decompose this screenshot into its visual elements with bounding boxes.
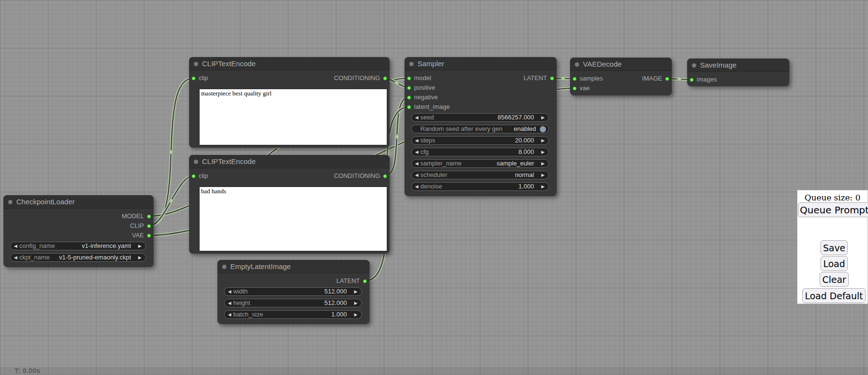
save-button[interactable]: Save [820,240,848,255]
node-title-bar[interactable]: SaveImage [687,59,789,72]
node-collapse-dot-icon[interactable] [692,63,696,68]
node-checkpointloader[interactable]: CheckpointLoaderMODELCLIPVAE◀config_name… [3,195,154,267]
node-title: CLIPTextEncode [202,57,256,70]
node-collapse-dot-icon[interactable] [575,62,579,67]
widget-sampler-name[interactable]: ◀sampler_namesample_euler▶ [411,159,549,168]
load-button[interactable]: Load [820,256,848,271]
increment-arrow-icon[interactable]: ▶ [541,148,545,156]
link-midpoint-dot[interactable] [395,81,399,85]
decrement-arrow-icon[interactable]: ◀ [228,299,231,307]
widget-steps[interactable]: ◀steps20.000▶ [411,136,549,145]
prompt-textarea[interactable]: bad hands [199,187,387,251]
output-port-clip[interactable] [147,224,151,228]
input-port-clip[interactable] [191,174,196,178]
widget-label: scheduler [420,171,447,179]
increment-arrow-icon[interactable]: ▶ [354,288,357,295]
input-port-positive[interactable] [407,86,411,90]
node-collapse-dot-icon[interactable] [194,160,198,164]
decrement-arrow-icon[interactable]: ◀ [415,160,418,167]
node-title-bar[interactable]: VAEDecode [570,58,672,71]
decrement-arrow-icon[interactable]: ◀ [415,137,418,144]
node-title: Sampler [417,57,444,70]
input-port-samples[interactable] [572,77,577,81]
node-collapse-dot-icon[interactable] [222,265,226,269]
load-default-button[interactable]: Load Default [802,288,866,303]
widget-denoise[interactable]: ◀denoise1.000▶ [411,182,549,191]
node-cliptextencode[interactable]: CLIPTextEncodeclipCONDITIONINGbad hands [189,155,390,254]
input-label: clip [199,75,208,82]
increment-arrow-icon[interactable]: ▶ [138,254,142,261]
increment-arrow-icon[interactable]: ▶ [138,242,142,250]
widget-ckpt-name[interactable]: ◀ckpt_namev1-5-pruned-emaonly.ckpt▶ [10,253,146,262]
node-title-bar[interactable]: CheckpointLoader [3,195,154,209]
output-port-vae[interactable] [147,234,151,238]
node-saveimage[interactable]: SaveImageimages [687,59,789,86]
widget-value: normal [515,171,534,179]
node-sampler[interactable]: Samplermodelpositivenegativelatent_image… [404,57,557,196]
increment-arrow-icon[interactable]: ▶ [541,160,545,167]
node-collapse-dot-icon[interactable] [8,200,12,204]
graph-canvas[interactable]: CLIPTextEncodeclipCONDITIONINGmasterpiec… [0,0,868,375]
node-title-bar[interactable]: Sampler [404,57,557,70]
widget-random-seed-after-every-gen[interactable]: Random seed after every genenabled [411,125,549,133]
input-label: positive [414,84,435,91]
input-port-model[interactable] [407,76,411,81]
decrement-arrow-icon[interactable]: ◀ [415,114,418,121]
widget-cfg[interactable]: ◀cfg8.000▶ [411,148,549,156]
node-title-bar[interactable]: EmptyLatentImage [217,260,369,273]
prompt-textarea[interactable]: masterpiece best quality girl [199,89,387,145]
widget-width[interactable]: ◀width512.000▶ [224,287,362,296]
node-cliptextencode[interactable]: CLIPTextEncodeclipCONDITIONINGmasterpiec… [189,57,390,148]
increment-arrow-icon[interactable]: ▶ [541,171,545,179]
node-emptylatentimage[interactable]: EmptyLatentImageLATENT◀width512.000▶◀hei… [217,260,369,324]
widget-value: 8.000 [518,148,534,156]
node-collapse-dot-icon[interactable] [194,62,198,66]
input-port-images[interactable] [690,78,694,82]
output-port-conditioning[interactable] [383,174,387,178]
widget-height[interactable]: ◀height512.000▶ [224,299,362,307]
increment-arrow-icon[interactable]: ▶ [541,183,545,190]
output-port-conditioning[interactable] [383,76,387,81]
node-title-bar[interactable]: CLIPTextEncode [189,57,390,70]
decrement-arrow-icon[interactable]: ◀ [14,242,17,250]
widget-config-name[interactable]: ◀config_namev1-inference.yaml▶ [10,242,146,250]
link-midpoint-dot[interactable] [561,76,565,81]
link-midpoint-dot[interactable] [677,77,681,82]
decrement-arrow-icon[interactable]: ◀ [415,183,418,190]
decrement-arrow-icon[interactable]: ◀ [228,311,231,318]
input-port-negative[interactable] [407,95,411,100]
output-port-image[interactable] [665,77,669,81]
output-label: VAE [132,232,144,239]
input-port-vae[interactable] [572,86,577,91]
queue-prompt-button[interactable]: Queue Prompt [798,202,868,217]
increment-arrow-icon[interactable]: ▶ [354,299,357,307]
input-label: clip [199,173,208,179]
decrement-arrow-icon[interactable]: ◀ [14,254,17,261]
increment-arrow-icon[interactable]: ▶ [541,137,545,144]
clear-button[interactable]: Clear [820,272,849,287]
increment-arrow-icon[interactable]: ▶ [541,114,545,121]
link-midpoint-dot[interactable] [169,199,173,203]
increment-arrow-icon[interactable]: ▶ [354,311,357,318]
widget-value: 512.000 [324,288,347,295]
link-midpoint-dot[interactable] [169,150,173,154]
widget-seed[interactable]: ◀seed8566257.000▶ [411,113,549,122]
widget-batch-size[interactable]: ◀batch_size1.000▶ [224,310,362,319]
widget-scheduler[interactable]: ◀schedulernormal▶ [411,171,549,179]
input-port-clip[interactable] [191,76,196,81]
link-midpoint-dot[interactable] [395,135,399,139]
toggle-circle-icon[interactable] [540,126,546,132]
decrement-arrow-icon[interactable]: ◀ [415,171,418,179]
input-label: negative [414,94,438,101]
output-port-latent[interactable] [550,76,554,81]
widget-label: config_name [19,242,55,250]
widget-label: cfg [420,148,428,156]
output-port-latent[interactable] [363,279,367,283]
output-port-model[interactable] [147,214,151,219]
node-collapse-dot-icon[interactable] [409,62,414,66]
decrement-arrow-icon[interactable]: ◀ [228,288,231,295]
node-title-bar[interactable]: CLIPTextEncode [189,155,390,168]
input-port-latent-image[interactable] [407,105,411,109]
decrement-arrow-icon[interactable]: ◀ [415,148,418,156]
node-vaedecode[interactable]: VAEDecodesamplesvaeIMAGE [570,58,672,95]
